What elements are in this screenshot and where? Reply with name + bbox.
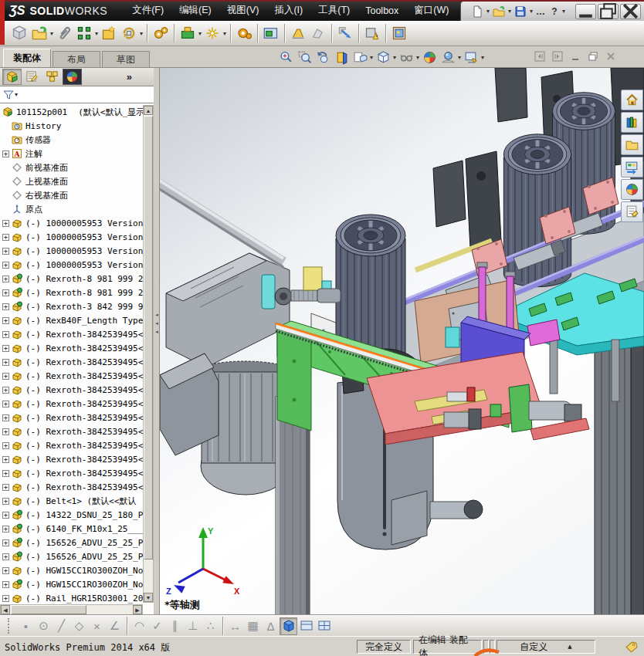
- zoom-to-fit-button[interactable]: [276, 48, 295, 66]
- expand-icon[interactable]: +: [2, 303, 9, 310]
- tab-装配体[interactable]: 装配体: [3, 49, 51, 67]
- smart-fasteners-button[interactable]: [99, 23, 119, 43]
- displaymanager-button[interactable]: [63, 69, 82, 85]
- sketch-line-button[interactable]: ╱: [53, 617, 70, 635]
- menu-item[interactable]: 文件(F): [124, 0, 171, 21]
- tree-item[interactable]: +(-) Rexroth-3842539495<: [0, 327, 143, 341]
- expand-icon[interactable]: +: [2, 373, 9, 380]
- panel-splitter[interactable]: ◂◂◂: [154, 68, 160, 615]
- restore-document-button[interactable]: [586, 50, 599, 62]
- horizontal-scroll-thumb[interactable]: [11, 605, 86, 614]
- solidworks-resources-button[interactable]: [621, 90, 643, 110]
- open-part-button[interactable]: [29, 23, 49, 43]
- reference-geometry-caret-icon[interactable]: ▾: [223, 30, 226, 37]
- tag-icon[interactable]: [625, 641, 638, 654]
- tree-item[interactable]: 前视基准面: [0, 161, 143, 174]
- restore-button[interactable]: [598, 4, 619, 19]
- viewport-four-button[interactable]: [315, 617, 333, 635]
- reference-geometry-button[interactable]: [202, 23, 222, 43]
- expand-icon[interactable]: +: [2, 456, 9, 463]
- tree-item[interactable]: +(-) 156526_ADVU_25_25_P: [0, 536, 143, 549]
- sketch-polygon-button[interactable]: ◇: [70, 617, 88, 635]
- tree-item[interactable]: 上视基准面: [0, 174, 143, 188]
- hide-show-items-button[interactable]: [397, 48, 415, 66]
- custom-properties-button[interactable]: [621, 201, 643, 222]
- file-explorer-button[interactable]: [621, 134, 643, 155]
- display-style-caret-icon[interactable]: ▾: [393, 54, 396, 61]
- custom-status-dropdown[interactable]: 自定义▲: [497, 640, 595, 654]
- view-orientation-button[interactable]: [351, 48, 369, 66]
- tree-item[interactable]: +(-) Rexroth-3842539495<: [0, 452, 143, 466]
- view-settings-button[interactable]: [462, 48, 480, 66]
- tree-item[interactable]: +(-) HGW15CC1RO300ZOH_No: [0, 563, 143, 577]
- menu-item[interactable]: 窗口(W): [406, 0, 456, 21]
- tree-item[interactable]: 原点: [0, 202, 143, 216]
- new-motion-study-button[interactable]: [234, 23, 254, 43]
- expand-icon[interactable]: +: [2, 498, 9, 505]
- exploded-view-button[interactable]: [288, 23, 308, 43]
- tree-horizontal-scrollbar[interactable]: ◀ ▶: [0, 604, 143, 615]
- tree-item[interactable]: +(-) 14322_DSNU_25_180_P: [0, 508, 143, 522]
- expand-icon[interactable]: +: [2, 150, 9, 157]
- previous-view-button[interactable]: [314, 48, 332, 66]
- tab-草图[interactable]: 草图: [102, 51, 150, 67]
- expand-icon[interactable]: +: [2, 276, 9, 282]
- relation-tangent-button[interactable]: ◠: [130, 617, 148, 635]
- move-component-button[interactable]: [119, 23, 139, 43]
- graphics-area[interactable]: Y X Z *等轴测: [160, 68, 644, 615]
- scroll-down-icon[interactable]: ▼: [144, 593, 153, 602]
- new-file-caret-icon[interactable]: ▾: [486, 8, 490, 15]
- minimize-document-button[interactable]: [568, 50, 581, 62]
- explode-line-sketch-button[interactable]: [308, 23, 328, 43]
- menu-item[interactable]: Toolbox: [358, 0, 406, 21]
- expand-icon[interactable]: +: [2, 442, 9, 449]
- expand-icon[interactable]: +: [2, 289, 9, 296]
- angle-snap-button[interactable]: ∆: [262, 617, 280, 635]
- tree-item[interactable]: +(-) 10000005953 Version: [0, 230, 143, 244]
- dock-featuremanager-right-button[interactable]: [551, 50, 564, 62]
- tree-item[interactable]: +(-) 10000005953 Version: [0, 216, 143, 230]
- tree-item[interactable]: +(-) 6140_FK_M10x1_25___: [0, 522, 143, 536]
- move-component-caret-icon[interactable]: ▾: [140, 30, 143, 37]
- dock-featuremanager-left-button[interactable]: [533, 50, 546, 62]
- tree-item[interactable]: +(-) 156526_ADVU_25_25_P: [0, 549, 143, 563]
- expand-icon[interactable]: +: [2, 512, 9, 519]
- expand-icon[interactable]: +: [2, 567, 9, 574]
- close-button[interactable]: [620, 4, 641, 19]
- apply-scene-caret-icon[interactable]: ▾: [458, 54, 461, 61]
- more-commands-button[interactable]: …: [534, 3, 547, 19]
- display-style-button[interactable]: [374, 48, 392, 66]
- toolbar-drag-handle[interactable]: [8, 618, 11, 634]
- close-document-button[interactable]: [604, 50, 617, 62]
- show-hidden-components-button[interactable]: [151, 23, 171, 43]
- dimension-tool-button[interactable]: ↔: [226, 617, 244, 635]
- tree-item[interactable]: +(-) Rexroth-3842539495<: [0, 411, 143, 424]
- save-file-button[interactable]: [512, 3, 529, 19]
- tree-item[interactable]: +(-) Belt<1> (默认<<默认: [0, 494, 143, 508]
- insert-component-button[interactable]: [9, 23, 29, 43]
- expand-icon[interactable]: +: [2, 553, 9, 560]
- tree-item[interactable]: +(-) Rexroth-3842539495<: [0, 355, 143, 369]
- tree-vertical-scrollbar[interactable]: ▲ ▼: [143, 105, 154, 603]
- expand-icon[interactable]: +: [2, 401, 9, 407]
- tree-filter-bar[interactable]: ▾: [0, 86, 154, 103]
- mate-button[interactable]: [54, 23, 74, 43]
- expand-icon[interactable]: +: [2, 331, 9, 338]
- tree-root-assembly[interactable]: 101152p001 (默认<默认_显示: [0, 105, 143, 119]
- vertical-scroll-thumb[interactable]: [144, 116, 153, 560]
- splitter-collapse-icon[interactable]: ◂◂◂: [154, 312, 160, 334]
- linear-component-pattern-caret-icon[interactable]: ▾: [95, 30, 98, 37]
- expand-icon[interactable]: +: [2, 539, 9, 546]
- relation-perpendicular-button[interactable]: ⊥: [184, 617, 202, 635]
- apply-scene-button[interactable]: [439, 48, 457, 66]
- open-part-caret-icon[interactable]: ▾: [50, 30, 53, 37]
- sketch-angle-button[interactable]: ∠: [106, 617, 124, 635]
- instant3d-button[interactable]: [335, 23, 355, 43]
- expand-icon[interactable]: +: [2, 248, 9, 255]
- panel-overflow-chevron[interactable]: »: [127, 71, 132, 83]
- viewport-single-button[interactable]: [297, 617, 315, 635]
- design-library-button[interactable]: [621, 112, 643, 133]
- sketch-point-button[interactable]: •: [17, 617, 35, 635]
- expand-icon[interactable]: +: [2, 359, 9, 366]
- featuremanager-tree-button[interactable]: [2, 69, 22, 85]
